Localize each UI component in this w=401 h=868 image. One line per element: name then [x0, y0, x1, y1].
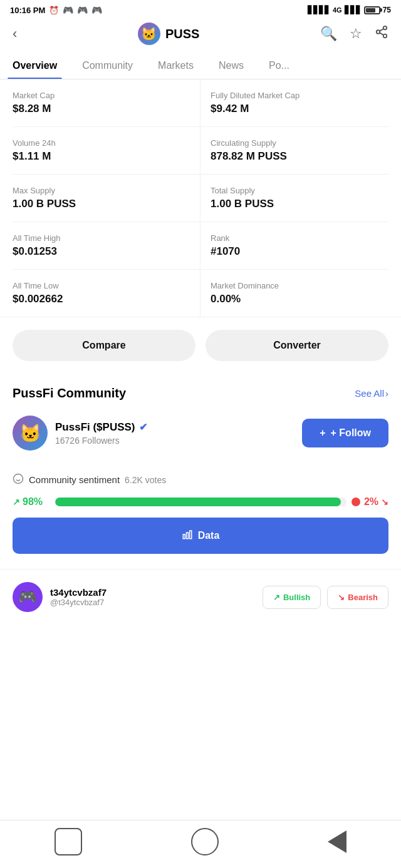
svg-line-4	[380, 29, 383, 31]
community-followers: 16726 Followers	[55, 436, 147, 446]
svg-rect-9	[186, 533, 188, 539]
stat-label-total-supply: Total Supply	[211, 186, 388, 195]
stat-volume: Volume 24h $1.11 M	[13, 127, 200, 175]
stat-label-volume: Volume 24h	[13, 138, 190, 148]
chart-icon	[182, 529, 193, 543]
stat-label-ath: All Time High	[13, 233, 190, 243]
alarm-icon: ⏰	[49, 6, 59, 15]
data-button[interactable]: Data	[13, 518, 388, 554]
tab-portfolio[interactable]: Po...	[256, 53, 302, 79]
stat-dominance: Market Dominance 0.00%	[200, 270, 388, 317]
discord-icon: 🎮	[63, 5, 73, 15]
stat-value-total-supply: 1.00 B PUSS	[211, 198, 388, 210]
community-name: PussFi ($PUSS) ✔	[55, 421, 147, 434]
bearish-dot-icon	[352, 498, 360, 506]
header: ‹ 🐱 PUSS 🔍 ☆	[0, 18, 401, 53]
converter-button[interactable]: Converter	[206, 330, 388, 361]
stat-value-atl: $0.002662	[13, 293, 190, 305]
community-section-header: PussFi Community See All ›	[0, 376, 401, 408]
user-name: t34ytcvbzaf7	[50, 587, 107, 598]
user-info: 🎮 t34ytcvbzaf7 @t34ytcvbzaf7	[13, 582, 107, 612]
community-info: 🐱 PussFi ($PUSS) ✔ 16726 Followers	[13, 416, 147, 451]
compare-button[interactable]: Compare	[13, 330, 195, 361]
user-details: t34ytcvbzaf7 @t34ytcvbzaf7	[50, 587, 107, 607]
see-all-link[interactable]: See All ›	[355, 388, 388, 399]
svg-point-5	[14, 474, 23, 484]
user-avatar: 🎮	[13, 582, 43, 612]
nav-back-button[interactable]	[328, 830, 346, 853]
stat-ath: All Time High $0.01253	[13, 222, 200, 270]
header-actions: 🔍 ☆	[320, 25, 388, 43]
share-icon[interactable]	[375, 25, 388, 43]
stat-label-market-cap: Market Cap	[13, 91, 190, 100]
bearish-percentage: 2% ↘	[352, 496, 388, 508]
bearish-arrow-icon: ↘	[381, 497, 388, 507]
stat-label-dominance: Market Dominance	[211, 281, 388, 290]
community-details: PussFi ($PUSS) ✔ 16726 Followers	[55, 421, 147, 446]
stat-value-market-cap: $8.28 M	[13, 103, 190, 115]
bearish-vote-button[interactable]: ↘ Bearish	[327, 586, 388, 609]
stat-label-fdmc: Fully Diluted Market Cap	[211, 91, 388, 100]
stat-circ-supply: Circulating Supply 878.82 M PUSS	[200, 127, 388, 175]
battery-pct: 75	[383, 6, 391, 14]
svg-line-3	[380, 33, 383, 35]
stat-value-fdmc: $9.42 M	[211, 103, 388, 115]
tab-community[interactable]: Community	[70, 53, 145, 79]
network-icon: 4G	[333, 6, 342, 14]
stat-rank: Rank #1070	[200, 222, 388, 270]
stat-label-atl: All Time Low	[13, 281, 190, 290]
vote-buttons: ↗ Bullish ↘ Bearish	[263, 586, 388, 609]
status-bar: 10:16 PM ⏰ 🎮 🎮 🎮 ▋▋▋▋ 4G ▋▋▋ 75	[0, 0, 401, 18]
plus-icon: +	[320, 427, 325, 439]
community-avatar: 🐱	[13, 416, 48, 451]
stat-fdmc: Fully Diluted Market Cap $9.42 M	[200, 79, 388, 127]
sentiment-section: Community sentiment 6.2K votes ↗ 98% 2% …	[0, 463, 401, 564]
bullish-vote-button[interactable]: ↗ Bullish	[263, 586, 321, 609]
bottom-navigation	[0, 820, 401, 868]
star-icon[interactable]: ☆	[350, 26, 362, 42]
stat-label-max-supply: Max Supply	[13, 186, 190, 195]
nav-circle-button[interactable]	[191, 828, 219, 855]
stat-total-supply: Total Supply 1.00 B PUSS	[200, 175, 388, 222]
stats-grid: Market Cap $8.28 M Fully Diluted Market …	[0, 79, 401, 317]
back-button[interactable]: ‹	[13, 26, 17, 42]
sentiment-label: Community sentiment	[29, 474, 120, 485]
nav-square-button[interactable]	[55, 828, 82, 855]
stat-atl: All Time Low $0.002662	[13, 270, 200, 317]
svg-rect-8	[183, 534, 185, 539]
game-icon: 🎮	[77, 5, 88, 15]
stat-label-circ-supply: Circulating Supply	[211, 138, 388, 148]
tab-markets[interactable]: Markets	[145, 53, 206, 79]
svg-point-2	[383, 34, 387, 38]
status-time: 10:16 PM	[10, 6, 45, 15]
bearish-vote-icon: ↘	[338, 593, 345, 602]
signal-icon: ▋▋▋▋	[308, 6, 330, 14]
sentiment-bar-row: ↗ 98% 2% ↘	[13, 496, 388, 508]
header-title-group: 🐱 PUSS	[138, 23, 199, 45]
battery-indicator	[364, 6, 380, 14]
user-row: 🎮 t34ytcvbzaf7 @t34ytcvbzaf7 ↗ Bullish ↘…	[0, 569, 401, 625]
stat-value-dominance: 0.00%	[211, 293, 388, 305]
tab-news[interactable]: News	[206, 53, 256, 79]
stat-value-ath: $0.01253	[13, 245, 190, 258]
sentiment-icon	[13, 473, 24, 486]
stat-value-rank: #1070	[211, 245, 388, 258]
stat-value-circ-supply: 878.82 M PUSS	[211, 150, 388, 163]
action-buttons: Compare Converter	[0, 317, 401, 376]
stat-label-rank: Rank	[211, 233, 388, 243]
community-card: 🐱 PussFi ($PUSS) ✔ 16726 Followers + + F…	[0, 408, 401, 463]
bullish-vote-icon: ↗	[273, 593, 280, 602]
user-handle: @t34ytcvbzaf7	[50, 598, 107, 607]
sentiment-header: Community sentiment 6.2K votes	[13, 473, 388, 486]
community-section-title: PussFi Community	[13, 386, 126, 401]
search-icon[interactable]: 🔍	[320, 26, 337, 42]
chevron-right-icon: ›	[385, 388, 388, 399]
coin-title: PUSS	[165, 27, 199, 41]
stat-max-supply: Max Supply 1.00 B PUSS	[13, 175, 200, 222]
game2-icon: 🎮	[91, 5, 102, 15]
sentiment-bar-fill	[55, 498, 341, 506]
follow-button[interactable]: + + Follow	[302, 419, 388, 447]
tab-overview[interactable]: Overview	[0, 53, 70, 79]
bullish-percentage: ↗ 98%	[13, 496, 50, 508]
sentiment-bar-track	[55, 498, 346, 506]
